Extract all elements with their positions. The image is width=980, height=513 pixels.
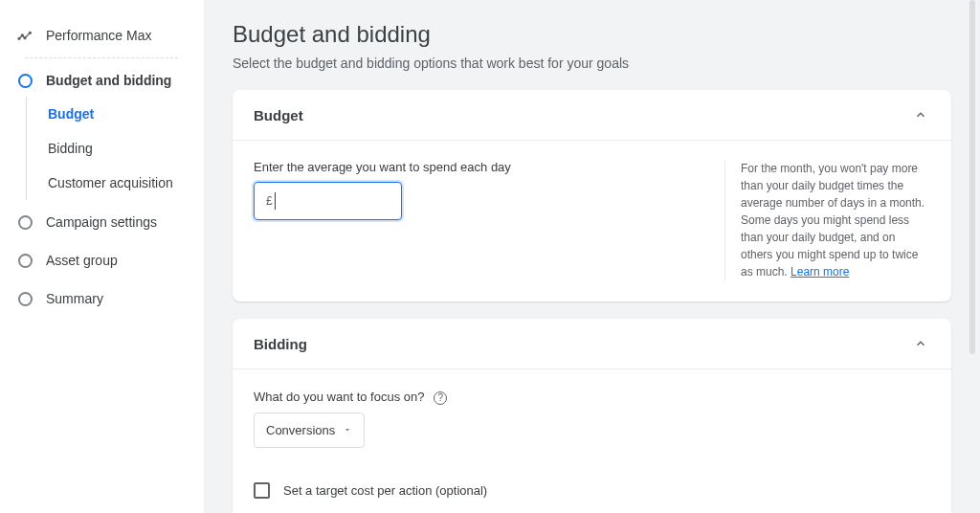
caret-down-icon (343, 425, 352, 435)
budget-help-panel: For the month, you won't pay more than y… (724, 160, 930, 280)
sidebar-item-label: Campaign settings (46, 214, 157, 230)
bidding-card: Bidding What do you want to focus on? ? … (233, 319, 951, 513)
svg-point-2 (24, 37, 26, 39)
trend-icon (17, 28, 33, 43)
budget-card-body: Enter the average you want to spend each… (233, 141, 951, 301)
step-pending-icon (17, 291, 33, 306)
sidebar-item-label: Budget (48, 106, 94, 122)
sidebar-item-label: Budget and bidding (46, 73, 171, 88)
sidebar-subitem-bidding[interactable]: Bidding (48, 131, 203, 166)
divider (25, 57, 178, 58)
budget-help-text: For the month, you won't pay more than y… (741, 162, 924, 279)
svg-point-1 (21, 34, 23, 36)
step-pending-icon (17, 214, 33, 230)
learn-more-link[interactable]: Learn more (791, 265, 849, 279)
budget-input[interactable]: £ (254, 182, 402, 220)
sidebar-item-label: Bidding (48, 141, 93, 156)
sidebar-subitem-budget[interactable]: Budget (48, 97, 203, 131)
focus-field-label: What do you want to focus on? (254, 390, 425, 404)
svg-point-3 (29, 32, 31, 33)
focus-dropdown[interactable]: Conversions (254, 413, 365, 448)
budget-field-label: Enter the average you want to spend each… (254, 160, 705, 174)
currency-symbol: £ (266, 194, 273, 208)
focus-field-group: What do you want to focus on? ? Conversi… (254, 389, 930, 448)
sidebar-item-budget-bidding[interactable]: Budget and bidding (17, 64, 203, 97)
sidebar-item-performance-max[interactable]: Performance Max (17, 19, 203, 52)
sub-nav: Budget Bidding Customer acquisition (26, 97, 203, 200)
budget-card: Budget Enter the average you want to spe… (233, 90, 951, 301)
dropdown-value: Conversions (266, 423, 335, 437)
sidebar-item-label: Performance Max (46, 28, 151, 43)
sidebar-item-label: Asset group (46, 253, 118, 268)
sidebar-item-campaign-settings[interactable]: Campaign settings (17, 206, 203, 238)
step-active-icon (17, 73, 33, 88)
text-cursor (275, 192, 276, 210)
target-cpa-checkbox[interactable]: Set a target cost per action (optional) (254, 482, 930, 499)
main-content: Budget and bidding Select the budget and… (204, 0, 980, 513)
budget-field-group: Enter the average you want to spend each… (254, 160, 705, 280)
sidebar-subitem-customer-acquisition[interactable]: Customer acquisition (48, 166, 203, 200)
svg-point-0 (18, 37, 20, 39)
step-pending-icon (17, 253, 33, 268)
page-title: Budget and bidding (233, 21, 951, 48)
budget-card-header[interactable]: Budget (233, 90, 951, 141)
chevron-up-icon[interactable] (911, 334, 930, 353)
checkbox-icon (254, 482, 270, 499)
sidebar-item-label: Customer acquisition (48, 175, 173, 190)
bidding-card-header[interactable]: Bidding (233, 319, 951, 369)
help-icon[interactable]: ? (434, 391, 447, 405)
card-title: Bidding (254, 336, 307, 352)
chevron-up-icon[interactable] (911, 105, 930, 124)
sidebar-nav: Performance Max Budget and bidding Budge… (0, 0, 204, 513)
card-title: Budget (254, 107, 303, 123)
page-subtitle: Select the budget and bidding options th… (233, 56, 951, 71)
checkbox-label: Set a target cost per action (optional) (283, 483, 487, 498)
sidebar-item-asset-group[interactable]: Asset group (17, 244, 203, 277)
bidding-card-body: What do you want to focus on? ? Conversi… (233, 369, 951, 513)
sidebar-item-summary[interactable]: Summary (17, 282, 203, 315)
sidebar-item-label: Summary (46, 291, 103, 306)
